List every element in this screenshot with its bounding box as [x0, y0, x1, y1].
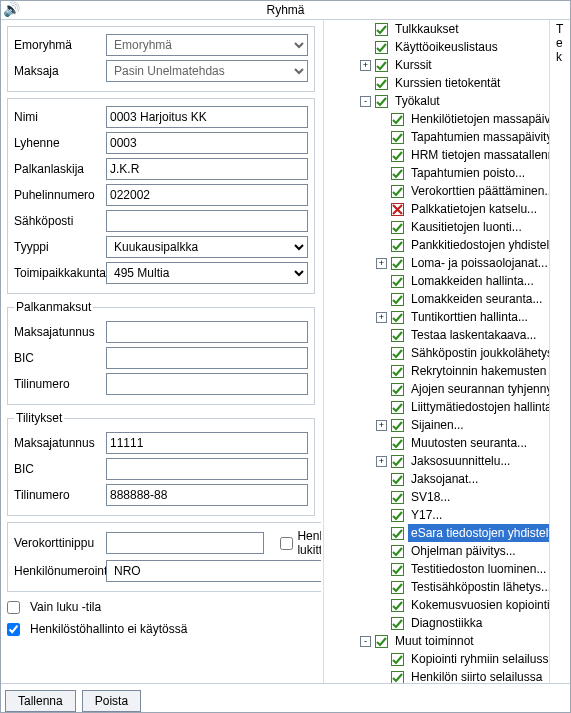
tree-label[interactable]: Henkilötietojen massapäivitys... — [408, 110, 549, 128]
tree-label[interactable]: Kokemusvuosien kopiointi... — [408, 596, 549, 614]
check-icon[interactable] — [391, 149, 404, 162]
tree-label[interactable]: Kurssit — [392, 56, 435, 74]
input-lyhenne[interactable] — [106, 132, 308, 154]
tree-label[interactable]: Sijainen... — [408, 416, 467, 434]
collapse-icon[interactable]: - — [360, 636, 371, 647]
tree-label[interactable]: Henkilön siirto selailussa — [408, 668, 545, 683]
expand-icon[interactable]: + — [376, 258, 387, 269]
check-icon[interactable] — [391, 383, 404, 396]
tree-label[interactable]: Tulkkaukset — [392, 20, 462, 38]
input-puhelinnumero[interactable] — [106, 184, 308, 206]
save-button[interactable]: Tallenna — [5, 690, 76, 712]
tree-label[interactable]: Testisähköpostin lähetys... — [408, 578, 549, 596]
input-tyyppi[interactable]: Kuukausipalkka — [106, 236, 308, 258]
input-emoryhmä[interactable]: Emoryhmä — [106, 34, 308, 56]
input-bic[interactable] — [106, 347, 308, 369]
check-icon[interactable] — [391, 365, 404, 378]
check-icon[interactable] — [391, 491, 404, 504]
input-maksaja[interactable]: Pasin Unelmatehdas — [106, 60, 308, 82]
input-tilinumero[interactable] — [106, 373, 308, 395]
tree-label[interactable]: Jaksosuunnittelu... — [408, 452, 513, 470]
input-sähköposti[interactable] — [106, 210, 308, 232]
tree-label[interactable]: Kurssien tietokentät — [392, 74, 503, 92]
expand-icon[interactable]: + — [376, 456, 387, 467]
cross-icon[interactable] — [391, 203, 404, 216]
tree-label[interactable]: Loma- ja poissaolojanat... — [408, 254, 549, 272]
input-bic[interactable] — [106, 458, 308, 480]
checkbox[interactable] — [7, 601, 20, 614]
tree-label[interactable]: Liittymätiedostojen hallinta... — [408, 398, 549, 416]
check-icon[interactable] — [391, 239, 404, 252]
check-icon[interactable] — [391, 419, 404, 432]
check-icon[interactable] — [375, 77, 388, 90]
input-maksajatunnus[interactable] — [106, 321, 308, 343]
tree-label[interactable]: Käyttöoikeuslistaus — [392, 38, 501, 56]
input-maksajatunnus[interactable] — [106, 432, 308, 454]
tree-label[interactable]: Ajojen seurannan tyhjennys... — [408, 380, 549, 398]
check-icon[interactable] — [391, 347, 404, 360]
check-icon[interactable] — [391, 113, 404, 126]
check-icon[interactable] — [391, 545, 404, 558]
check-icon[interactable] — [375, 59, 388, 72]
check-icon[interactable] — [391, 401, 404, 414]
check-icon[interactable] — [375, 95, 388, 108]
check-icon[interactable] — [391, 473, 404, 486]
check-icon[interactable] — [375, 635, 388, 648]
collapse-icon[interactable]: - — [360, 96, 371, 107]
tree-label[interactable]: Kausitietojen luonti... — [408, 218, 525, 236]
tree-label[interactable]: Muut toiminnot — [392, 632, 477, 650]
tree-label[interactable]: Lomakkeiden hallinta... — [408, 272, 537, 290]
delete-button[interactable]: Poista — [82, 690, 141, 712]
check-icon[interactable] — [375, 41, 388, 54]
check-icon[interactable] — [391, 581, 404, 594]
input-verokorttinippu[interactable] — [106, 532, 264, 554]
check-icon[interactable] — [391, 455, 404, 468]
check-icon[interactable] — [391, 257, 404, 270]
check-icon[interactable] — [391, 131, 404, 144]
tree-label[interactable]: Diagnostiikka — [408, 614, 485, 632]
input-palkanlaskija[interactable] — [106, 158, 308, 180]
check-icon[interactable] — [391, 221, 404, 234]
tree-label[interactable]: Tapahtumien poisto... — [408, 164, 528, 182]
check-icon[interactable] — [391, 617, 404, 630]
checkbox[interactable] — [7, 623, 20, 636]
tree-label[interactable]: Lomakkeiden seuranta... — [408, 290, 545, 308]
check-icon[interactable] — [391, 671, 404, 684]
expand-icon[interactable]: + — [360, 60, 371, 71]
tree-label[interactable]: Y17... — [408, 506, 445, 524]
tree-label[interactable]: Testitiedoston luominen... — [408, 560, 549, 578]
tree-label[interactable]: SV18... — [408, 488, 453, 506]
expand-icon[interactable]: + — [376, 420, 387, 431]
tree-label[interactable]: Kopiointi ryhmiin selailussa — [408, 650, 549, 668]
select-henkilonumerointi[interactable]: NRO — [106, 560, 321, 582]
tree-label[interactable]: Sähköpostin joukkolähetys... — [408, 344, 549, 362]
input-tilinumero[interactable] — [106, 484, 308, 506]
check-icon[interactable] — [391, 167, 404, 180]
check-icon[interactable] — [391, 599, 404, 612]
check-icon[interactable] — [391, 329, 404, 342]
tree-label[interactable]: Työkalut — [392, 92, 443, 110]
check-icon[interactable] — [391, 563, 404, 576]
check-icon[interactable] — [391, 437, 404, 450]
tree-label[interactable]: Muutosten seuranta... — [408, 434, 530, 452]
input-nimi[interactable] — [106, 106, 308, 128]
checkbox-henkilonumero-lukittu[interactable] — [280, 537, 293, 550]
check-icon[interactable] — [391, 185, 404, 198]
tree-label[interactable]: Rekrytoinnin hakemusten poisto... — [408, 362, 549, 380]
tree-label[interactable]: Tapahtumien massapäivitys... — [408, 128, 549, 146]
tree-label[interactable]: Ohjelman päivitys... — [408, 542, 519, 560]
tree-label[interactable]: eSara tiedostojen yhdistely... — [408, 524, 549, 542]
tree-label[interactable]: Jaksojanat... — [408, 470, 481, 488]
check-icon[interactable] — [391, 527, 404, 540]
tree-label[interactable]: HRM tietojen massatallennus... — [408, 146, 549, 164]
check-icon[interactable] — [391, 275, 404, 288]
tree-label[interactable]: Tuntikorttien hallinta... — [408, 308, 531, 326]
check-icon[interactable] — [391, 653, 404, 666]
check-icon[interactable] — [391, 311, 404, 324]
tree-label[interactable]: Verokorttien päättäminen... — [408, 182, 549, 200]
tree-label[interactable]: Testaa laskentakaava... — [408, 326, 539, 344]
tree-label[interactable]: Pankkitiedostojen yhdistely... — [408, 236, 549, 254]
check-icon[interactable] — [391, 293, 404, 306]
check-icon[interactable] — [375, 23, 388, 36]
tree-scroll[interactable]: TulkkauksetKäyttöoikeuslistaus+KurssitKu… — [324, 20, 549, 683]
